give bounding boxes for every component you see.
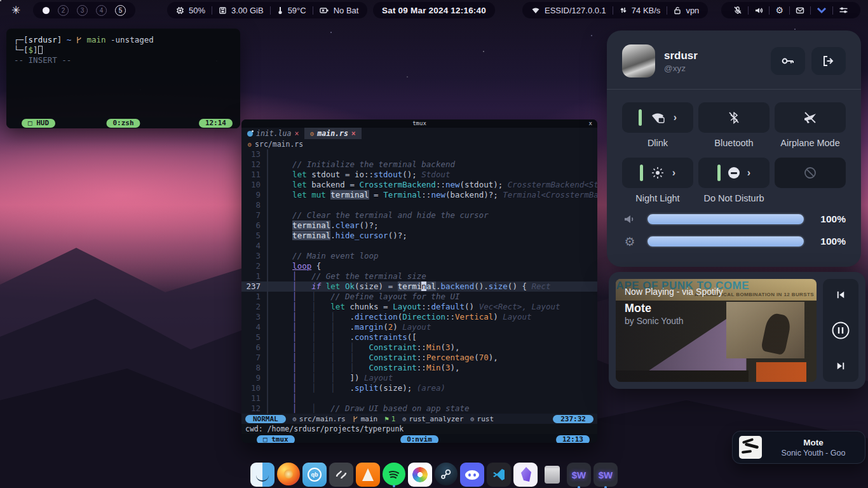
workspace-3[interactable]: 3 <box>77 5 88 16</box>
window-close-button[interactable]: x <box>589 119 592 128</box>
speaker-icon[interactable] <box>749 6 769 15</box>
code-token <box>336 363 350 372</box>
workspace-1[interactable] <box>43 7 50 14</box>
code-token: clear <box>336 220 360 230</box>
mail-icon[interactable] <box>790 7 810 14</box>
pause-button[interactable] <box>831 321 850 340</box>
dock-firefox[interactable] <box>277 463 300 485</box>
toggle-dlink[interactable]: › <box>622 102 693 133</box>
bluetooth-off-icon <box>728 111 740 125</box>
previous-button[interactable] <box>834 289 847 301</box>
dock-spotify[interactable] <box>383 463 405 485</box>
flag-icon: ⚑ <box>384 415 389 423</box>
code-text: │ │ │ .direction(Direction::Vertical) La… <box>267 312 597 322</box>
code-token: Vertical <box>455 312 493 322</box>
pause-icon <box>831 321 850 340</box>
code-text: // Initialize the terminal backend <box>267 159 597 170</box>
code-token <box>273 363 292 372</box>
code-editor[interactable]: 1312 // Initialize the terminal backend1… <box>241 149 597 414</box>
dock-steam[interactable] <box>435 463 458 485</box>
code-token <box>316 302 331 311</box>
buffer-tab-init.lua[interactable]: init.lua× <box>241 128 304 139</box>
code-token <box>297 312 312 322</box>
clock-pill[interactable]: Sat 09 Mar 2024 12:16:40 <box>373 2 495 18</box>
toggle-bluetooth[interactable] <box>698 102 770 133</box>
brightness-slider[interactable] <box>646 235 805 248</box>
code-token <box>297 353 312 362</box>
toggle-do-not-disturb[interactable]: › <box>698 158 770 188</box>
toggle-empty[interactable] <box>775 158 846 188</box>
dock-swirl-app[interactable] <box>329 463 353 487</box>
line-number: 11 <box>241 393 267 403</box>
toggle-airplane-mode[interactable] <box>775 102 846 133</box>
code-line: 237 │ if let Ok(size) = terminal.backend… <box>241 281 597 292</box>
code-token: let <box>330 302 345 311</box>
gear-icon[interactable]: ⚙ <box>770 5 789 15</box>
dock-wallet-app[interactable]: $W <box>567 463 591 487</box>
control-center-panel: srdusr @xyz ›DlinkBluetoothAirplane Mode… <box>607 30 861 267</box>
window-title: tmux <box>412 120 426 126</box>
dock-qbittorrent[interactable]: qb <box>302 463 327 487</box>
tmux-window-zsh[interactable]: 0:zsh <box>106 119 140 128</box>
code-token <box>297 332 312 342</box>
toggle-label: Night Light <box>635 193 679 204</box>
toggle-night-light[interactable]: › <box>622 158 693 188</box>
code-token: . <box>330 220 336 230</box>
logout-button[interactable] <box>811 47 846 75</box>
tmux-window-nvim[interactable]: 0:nvim <box>400 435 438 444</box>
toggle-cell: ›Do Not Disturb <box>698 158 770 204</box>
notification-toast[interactable]: Mote Sonic Youth - Goo <box>732 431 865 464</box>
chip-icon <box>176 6 184 15</box>
code-line: 4 <box>241 241 597 251</box>
dock-trash[interactable] <box>540 463 564 487</box>
airplane-off-icon <box>803 111 818 125</box>
code-token: │ <box>311 383 316 393</box>
media-player-card: SHAPE OF PUNK TO COME A CHIMERICAL BOMBI… <box>609 272 865 389</box>
key-button[interactable] <box>771 47 805 75</box>
workspace-4[interactable]: 4 <box>96 5 107 16</box>
buffer-tab-main.rs[interactable]: ⚙main.rs× <box>304 128 361 139</box>
line-number: 10 <box>241 180 267 190</box>
code-line: 10 let backend = CrosstermBackend::new(s… <box>241 180 597 190</box>
dock-photos[interactable] <box>408 463 432 487</box>
dock-discord[interactable] <box>460 463 484 487</box>
chevron-right-icon[interactable]: › <box>672 167 675 179</box>
workspace-2[interactable]: 2 <box>58 5 69 16</box>
network-item: ESSID/127.0.0.1 <box>531 6 606 15</box>
mic-muted-icon[interactable] <box>728 6 748 15</box>
editor-window[interactable]: tmux x init.lua×⚙main.rs× ⚙ src/main.rs … <box>241 119 597 443</box>
terminal-window[interactable]: ┌─[srdusr] ~ main -unstaged └─[$] -- INS… <box>6 29 240 128</box>
line-number: 4 <box>241 241 267 251</box>
dock-wallet-app-2[interactable]: $W <box>593 463 618 487</box>
code-token: ( <box>440 363 445 372</box>
code-token: (). <box>474 281 489 291</box>
distro-logo-icon[interactable]: ✳ <box>11 4 20 17</box>
dock-obsidian[interactable] <box>513 463 538 487</box>
line-number: 9 <box>241 190 267 200</box>
code-token: Layout <box>402 322 431 332</box>
slider-row: 100% <box>622 213 846 226</box>
line-number: 12 <box>241 403 267 414</box>
volume-slider[interactable] <box>646 213 805 226</box>
next-button[interactable] <box>834 360 847 372</box>
workspace-5[interactable]: 5 <box>115 5 126 16</box>
level-sliders: 100%⚙100% <box>607 204 861 248</box>
album-art[interactable]: SHAPE OF PUNK TO COME A CHIMERICAL BOMBI… <box>616 279 817 382</box>
dock-vlc[interactable] <box>356 463 380 487</box>
tab-close-icon[interactable]: × <box>351 129 356 138</box>
tab-close-icon[interactable]: × <box>294 129 299 138</box>
toggles-icon[interactable] <box>833 6 854 14</box>
code-token <box>273 302 292 311</box>
chevron-right-icon[interactable]: › <box>674 112 677 123</box>
session-actions <box>771 47 846 75</box>
dock-file-manager[interactable] <box>250 463 275 487</box>
tmux-session-main[interactable]: □ tmux <box>257 435 295 444</box>
system-tray: ⚙ <box>721 2 860 18</box>
code-token: │ <box>330 342 336 352</box>
tmux-session-hud[interactable]: □ HUD <box>22 119 55 128</box>
code-token: let <box>292 170 307 179</box>
chevron-right-icon[interactable]: › <box>747 167 750 179</box>
terminal-output: ┌─[srdusr] ~ main -unstaged └─[$] -- INS… <box>6 29 240 72</box>
chevron-down-icon[interactable] <box>811 6 832 14</box>
dock-vscode[interactable] <box>487 463 511 487</box>
